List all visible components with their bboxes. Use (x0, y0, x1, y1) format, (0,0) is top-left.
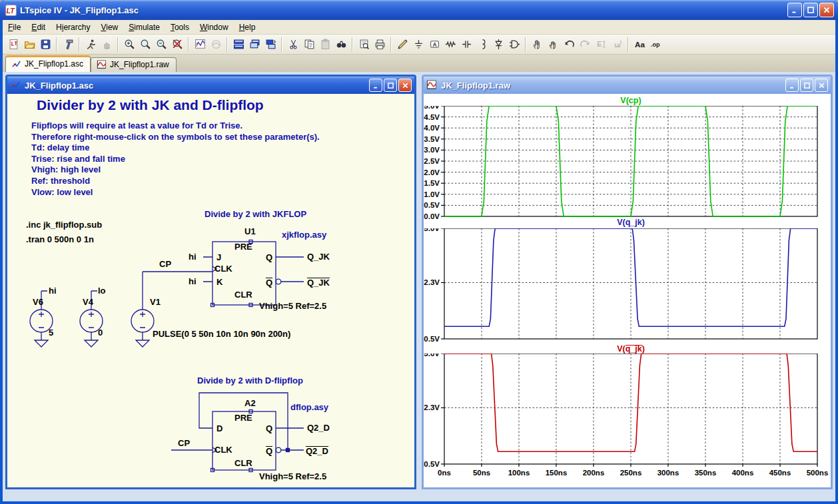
find-icon[interactable] (333, 37, 349, 53)
dff-net-q[interactable]: Q2_D (307, 423, 330, 433)
schematic-window-title: JK_Flipflop1.asc (25, 81, 369, 91)
dff-params[interactable]: Vhigh=5 Ref=2.5 (259, 472, 326, 481)
jk-net-clk[interactable]: CP (159, 260, 171, 269)
schematic-minimize-button[interactable] (369, 79, 382, 92)
diode-icon[interactable] (490, 37, 506, 53)
schematic-maximize-button[interactable] (384, 79, 397, 92)
svg-text:Aa: Aa (635, 40, 645, 49)
tab-jk_flipflop1.raw[interactable]: JK_Flipflop1.raw (91, 57, 177, 72)
autorange-icon[interactable] (192, 37, 208, 53)
dff-symbol-file: dflop.asy (290, 403, 328, 412)
cascade-icon[interactable] (246, 37, 262, 53)
menu-simulate[interactable]: Simulate (123, 21, 165, 33)
trace-title-q_jk[interactable]: V(q_jk) (444, 218, 817, 227)
dff-pin-clr: CLR (234, 459, 252, 468)
v4-name[interactable]: V4 (83, 298, 93, 307)
schematic-window-titlebar: JK_Flipflop1.asc (7, 77, 414, 94)
menu-help[interactable]: Help (234, 21, 261, 33)
jk-net-k[interactable]: hi (189, 277, 197, 286)
minimize-button[interactable] (787, 3, 802, 17)
save-icon[interactable] (37, 37, 53, 53)
jk-params[interactable]: Vhigh=5 Ref=2.5 (259, 302, 326, 311)
resistor-icon[interactable] (442, 37, 458, 53)
print-icon[interactable] (372, 37, 388, 53)
run-icon[interactable] (83, 37, 99, 53)
jk-net-q[interactable]: Q_JK (307, 252, 330, 262)
waveform-close-button[interactable] (815, 79, 828, 92)
plot-3[interactable]: 5.0V2.3V-0.5V0ns50ns100ns150ns200ns250ns… (424, 354, 831, 480)
v6-value[interactable]: 5 (49, 328, 53, 338)
jk-net-qbar[interactable]: Q_JK (307, 278, 330, 288)
v6-name[interactable]: V6 (33, 298, 43, 307)
waveform-icon[interactable] (426, 80, 437, 91)
zoom-fit-icon[interactable] (169, 37, 185, 53)
svg-text:E: E (597, 40, 602, 48)
dff-net-qbar[interactable]: Q2_D (306, 446, 328, 456)
close-button[interactable] (819, 3, 834, 17)
component-icon[interactable] (506, 37, 522, 53)
menu-edit[interactable]: Edit (26, 21, 51, 33)
capacitor-icon[interactable] (458, 37, 474, 53)
maximize-button[interactable] (803, 3, 818, 17)
schematic-window: JK_Flipflop1.asc (5, 75, 416, 489)
zoom-in-icon[interactable] (121, 37, 137, 53)
new-schematic-icon[interactable] (5, 37, 21, 53)
waveform-minimize-button[interactable] (785, 79, 799, 92)
waveform-maximize-button[interactable] (800, 79, 813, 92)
menu-tools[interactable]: Tools (165, 21, 195, 33)
inductor-icon[interactable] (474, 37, 490, 53)
toolbar-separator (226, 37, 228, 52)
v4-value[interactable]: 0 (98, 328, 103, 338)
zoom-out-icon[interactable] (153, 37, 169, 53)
menu-view[interactable]: View (95, 21, 123, 33)
menu-file[interactable]: File (3, 21, 26, 33)
open-icon[interactable] (21, 37, 37, 53)
v1-value[interactable]: PULSE(0 5 50n 10n 10n 90n 200n) (153, 330, 290, 339)
net-label-icon[interactable]: A (426, 37, 442, 53)
text-icon[interactable]: Aa (631, 37, 647, 53)
tab-jk_flipflop1.asc[interactable]: JK_Flipflop1.asc (5, 55, 91, 72)
menu-window[interactable]: Window (195, 21, 234, 33)
ground-icon[interactable] (410, 37, 426, 53)
toolbar-separator (390, 37, 392, 52)
main-titlebar: LT LTspice IV - JK_Flipflop1.asc (0, 0, 838, 20)
waveform-pane[interactable]: V(cp)5.0V4.5V4.0V3.5V3.0V2.5V2.0V1.5V1.0… (424, 94, 831, 487)
jk-pin-pre: PRE (234, 242, 252, 252)
copy-icon[interactable] (301, 37, 317, 53)
x-tick-label: 500ns (807, 469, 829, 477)
wire-icon[interactable] (394, 37, 410, 53)
move-icon[interactable] (529, 37, 545, 53)
svg-text:A: A (432, 41, 436, 48)
zoom-extents-icon[interactable] (137, 37, 153, 53)
v1-name[interactable]: V1 (150, 298, 161, 307)
trace-title-cp[interactable]: V(cp) (444, 96, 817, 105)
toolbar-separator (188, 37, 189, 52)
x-tick-label: 400ns (732, 469, 754, 477)
schematic-close-button[interactable] (398, 79, 412, 92)
menu-hierarchy[interactable]: Hierarchy (51, 21, 95, 33)
toolbar-separator (56, 37, 57, 52)
plot-2[interactable]: 5.0V2.3V-0.5V (424, 228, 831, 355)
cut-icon[interactable] (285, 37, 301, 53)
dff-net-clk[interactable]: CP (178, 439, 190, 448)
x-tick-label: 50ns (473, 469, 490, 477)
print-preview-icon[interactable] (356, 37, 372, 53)
v6-net-label[interactable]: hi (49, 286, 57, 296)
plot-1[interactable]: 5.0V4.5V4.0V3.5V3.0V2.5V2.0V1.5V1.0V0.5V… (424, 106, 831, 232)
tile-vertical-icon[interactable] (262, 37, 278, 53)
drag-icon[interactable] (545, 37, 561, 53)
schematic-icon (11, 59, 21, 69)
schematic-icon[interactable] (10, 80, 21, 91)
dff-refdes[interactable]: A2 (244, 399, 256, 408)
jk-refdes[interactable]: U1 (244, 227, 256, 236)
spice-directive-icon[interactable]: .op (647, 37, 663, 53)
lt-logo-icon[interactable]: LT (5, 5, 17, 16)
undo-icon[interactable] (561, 37, 577, 53)
v4-net-label[interactable]: lo (98, 286, 106, 296)
jk-net-j[interactable]: hi (189, 252, 197, 262)
control-panel-icon[interactable] (60, 37, 76, 53)
tile-horizontal-icon[interactable] (230, 37, 246, 53)
trace-title-q_jk-bar[interactable]: V(q_jk) (444, 344, 817, 354)
schematic-canvas[interactable]: Divider by 2 with JK and D-flipflop Flip… (7, 94, 414, 487)
jk-pin-k: K (216, 278, 222, 287)
